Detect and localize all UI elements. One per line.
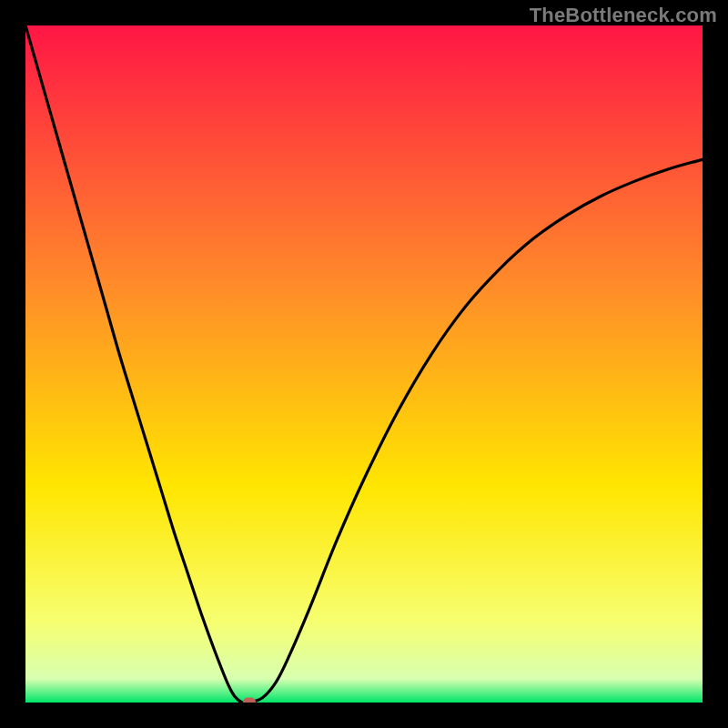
plot-svg [25,25,703,703]
chart-frame: TheBottleneck.com [0,0,728,728]
gradient-background [25,25,703,703]
watermark-text: TheBottleneck.com [530,4,717,27]
optimal-point-marker [243,698,256,703]
plot-area [25,25,703,703]
